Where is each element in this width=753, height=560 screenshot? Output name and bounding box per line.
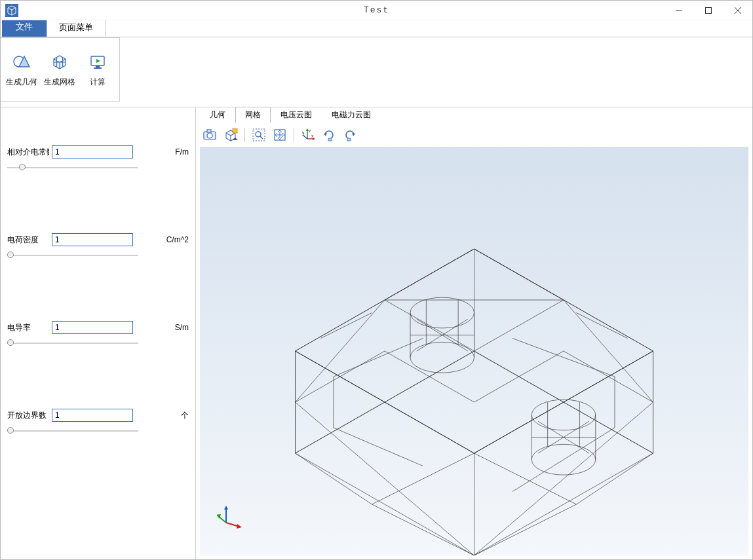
svg-line-83 <box>296 453 372 504</box>
zoom-extents-icon <box>273 128 286 141</box>
param-rel-permittivity: 相对介电常数 F/m <box>7 145 189 173</box>
svg-rect-2 <box>705 7 711 13</box>
svg-line-84 <box>577 453 653 504</box>
svg-line-88 <box>577 313 628 339</box>
side-panel: 相对介电常数 F/m 电荷密度 C/m^2 <box>1 107 196 559</box>
generate-mesh-label: 生成网格 <box>44 77 75 88</box>
svg-point-58 <box>410 342 474 373</box>
svg-marker-10 <box>96 59 100 63</box>
svg-line-85 <box>372 504 474 555</box>
zoom-window-icon <box>252 128 265 141</box>
svg-line-54 <box>474 300 564 351</box>
axes-button[interactable]: z x y <box>298 126 318 144</box>
svg-line-87 <box>321 313 372 339</box>
axis-triad <box>217 503 243 529</box>
toolbar-separator <box>244 128 245 142</box>
page-menu-tab[interactable]: 页面菜单 <box>47 18 106 37</box>
open-boundary-unit: 个 <box>181 410 189 421</box>
rel-permittivity-input[interactable] <box>52 145 133 159</box>
maximize-button[interactable] <box>693 1 723 20</box>
rotate-cw-button[interactable] <box>319 126 339 144</box>
main-area: 相对介电常数 F/m 电荷密度 C/m^2 <box>1 107 752 559</box>
svg-line-48 <box>296 402 474 555</box>
charge-density-slider[interactable] <box>7 250 138 261</box>
view-toolbar: z x y <box>196 123 752 147</box>
close-button[interactable] <box>723 1 752 20</box>
svg-rect-31 <box>347 138 351 141</box>
tab-geometry[interactable]: 几何 <box>200 107 235 123</box>
view3d-button[interactable] <box>221 126 241 144</box>
param-conductivity: 电导率 S/m <box>7 321 189 348</box>
svg-marker-90 <box>224 506 228 510</box>
svg-line-56 <box>474 249 564 300</box>
generate-mesh-button[interactable]: 生成网格 <box>41 49 78 90</box>
axes-icon: z x y <box>301 128 315 141</box>
view-area: 几何 网格 电压云图 电磁力云图 <box>196 107 752 559</box>
svg-marker-6 <box>19 56 29 67</box>
rel-permittivity-slider[interactable] <box>7 162 138 173</box>
ribbon-panel: 生成几何 生成网格 计 <box>1 37 120 102</box>
rotate-ccw-icon <box>343 128 357 141</box>
svg-text:z: z <box>309 128 311 133</box>
svg-line-77 <box>512 339 615 377</box>
window-title: Test <box>364 5 389 15</box>
svg-rect-14 <box>233 128 237 133</box>
zoom-extents-button[interactable] <box>270 126 290 144</box>
svg-point-57 <box>410 297 474 328</box>
svg-line-75 <box>334 339 423 377</box>
svg-marker-30 <box>352 133 355 136</box>
window-controls <box>664 1 752 20</box>
rotate-ccw-button[interactable] <box>340 126 360 144</box>
camera-icon <box>203 129 216 141</box>
app-window: Test 文件 页面菜单 <box>0 0 753 560</box>
conductivity-label: 电导率 <box>7 322 49 333</box>
titlebar: Test <box>1 1 752 20</box>
svg-rect-29 <box>328 138 332 141</box>
tab-voltage[interactable]: 电压云图 <box>271 107 322 123</box>
cube-view-icon <box>223 128 238 141</box>
svg-line-49 <box>474 402 653 555</box>
conductivity-slider[interactable] <box>7 338 138 348</box>
svg-line-82 <box>474 453 577 504</box>
snapshot-button[interactable] <box>200 126 220 144</box>
svg-point-17 <box>256 132 261 137</box>
conductivity-unit: S/m <box>175 323 189 332</box>
tab-force[interactable]: 电磁力云图 <box>322 107 381 123</box>
open-boundary-label: 开放边界数 <box>7 410 49 421</box>
minimize-button[interactable] <box>664 1 693 20</box>
svg-line-81 <box>372 453 474 504</box>
compute-icon <box>87 52 108 73</box>
view-tabs: 几何 网格 电压云图 电磁力云图 <box>196 107 752 123</box>
mesh-wireframe <box>200 147 748 555</box>
generate-geometry-button[interactable]: 生成几何 <box>3 49 40 90</box>
svg-line-76 <box>334 428 423 466</box>
svg-text:y: y <box>302 130 305 136</box>
charge-density-unit: C/m^2 <box>166 235 189 244</box>
charge-density-label: 电荷密度 <box>7 234 49 246</box>
svg-rect-12 <box>207 130 211 132</box>
zoom-window-button[interactable] <box>249 126 269 144</box>
svg-rect-16 <box>253 129 265 141</box>
rel-permittivity-unit: F/m <box>175 147 189 157</box>
svg-rect-9 <box>94 67 102 69</box>
svg-line-55 <box>385 249 474 300</box>
open-boundary-input[interactable] <box>52 409 133 422</box>
svg-text:x: x <box>311 134 314 138</box>
svg-line-86 <box>474 504 577 555</box>
svg-line-26 <box>303 135 307 139</box>
open-boundary-slider[interactable] <box>7 426 138 436</box>
svg-line-51 <box>564 300 653 402</box>
compute-label: 计算 <box>90 77 106 88</box>
compute-button[interactable]: 计算 <box>79 49 116 90</box>
viewport-3d[interactable] <box>200 147 748 555</box>
svg-line-18 <box>260 136 263 139</box>
svg-marker-92 <box>237 524 242 529</box>
charge-density-input[interactable] <box>52 233 133 246</box>
svg-line-50 <box>296 300 385 402</box>
geometry-icon <box>11 52 32 73</box>
tab-mesh[interactable]: 网格 <box>235 107 271 123</box>
ribbon-panel-wrap: 生成几何 生成网格 计 <box>1 37 752 102</box>
app-icon <box>5 3 19 18</box>
conductivity-input[interactable] <box>52 321 133 334</box>
rel-permittivity-label: 相对介电常数 <box>7 147 49 158</box>
